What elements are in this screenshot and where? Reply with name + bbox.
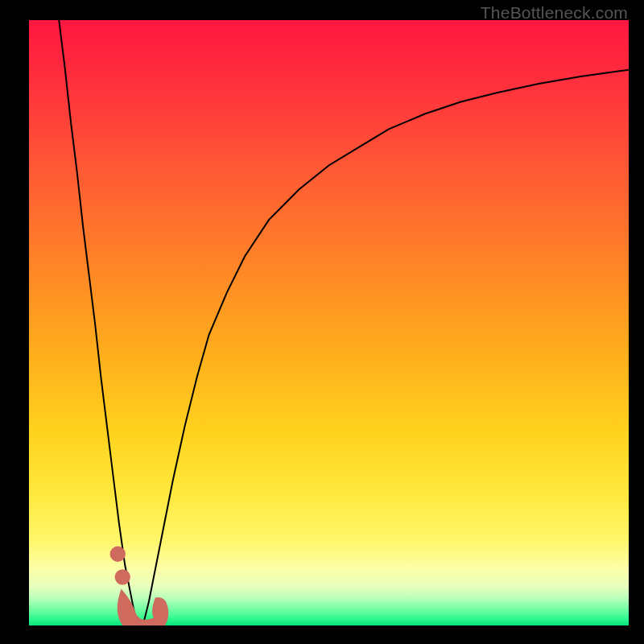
dot-mid	[115, 569, 130, 584]
chart-svg	[29, 20, 629, 625]
plot-area	[29, 20, 629, 625]
gradient-background	[29, 20, 629, 625]
chart-frame: TheBottleneck.com	[0, 0, 644, 644]
dot-upper	[110, 547, 126, 562]
